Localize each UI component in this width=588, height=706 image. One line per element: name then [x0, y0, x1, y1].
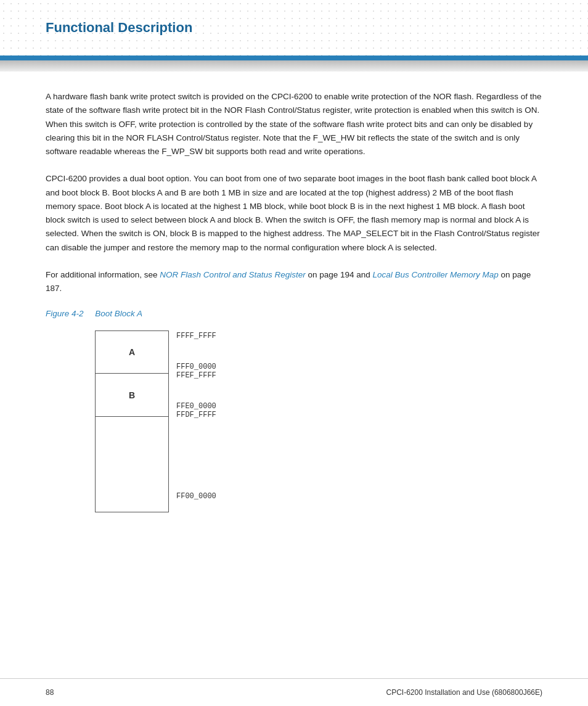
- addr-a-bottom: FFF0_0000: [176, 363, 216, 371]
- addr-c-bottom: FF00_0000: [176, 492, 216, 501]
- figure-number: Figure 4-2: [46, 309, 84, 318]
- figure-caption: Boot Block A: [95, 309, 142, 318]
- block-A: A: [95, 330, 169, 374]
- main-content: A hardware flash bank write protect swit…: [0, 72, 588, 562]
- addr-top: FFFF_FFFF: [176, 332, 216, 340]
- block-C: [95, 417, 169, 512]
- address-labels: FFFF_FFFF FFF0_0000 FFEF_FFFF FFE0_0000 …: [176, 330, 216, 501]
- addr-b-top: FFEF_FFFF: [176, 371, 216, 380]
- addr-c-top: FFDF_FFFF: [176, 411, 216, 419]
- addr-b-bottom: FFE0_0000: [176, 402, 216, 411]
- paragraph-2: CPCI-6200 provides a dual boot option. Y…: [46, 172, 542, 255]
- block-B: B: [95, 374, 169, 417]
- footer: 88 CPCI-6200 Installation and Use (68068…: [0, 678, 588, 706]
- blue-accent-bar: [0, 55, 588, 60]
- paragraph-3: For additional information, see NOR Flas…: [46, 268, 542, 296]
- link-nor-flash[interactable]: NOR Flash Control and Status Register: [160, 270, 305, 279]
- document-title: CPCI-6200 Installation and Use (6806800J…: [386, 688, 543, 697]
- figure-label: Figure 4-2 Boot Block A: [46, 309, 542, 318]
- link-local-bus[interactable]: Local Bus Controller Memory Map: [373, 270, 499, 279]
- header: Functional Description: [0, 0, 588, 55]
- page-title: Functional Description: [46, 20, 192, 36]
- gray-accent-bar: [0, 60, 588, 72]
- para3-link1-suffix: on page 194 and: [306, 270, 373, 279]
- page-number: 88: [46, 688, 54, 697]
- memory-map-diagram: A B FFFF_FFFF FFF0_0000 FFEF_FFFF FFE0_0…: [95, 330, 542, 512]
- memory-blocks-column: A B: [95, 330, 169, 512]
- paragraph-1: A hardware flash bank write protect swit…: [46, 90, 542, 158]
- para3-prefix: For additional information, see: [46, 270, 160, 279]
